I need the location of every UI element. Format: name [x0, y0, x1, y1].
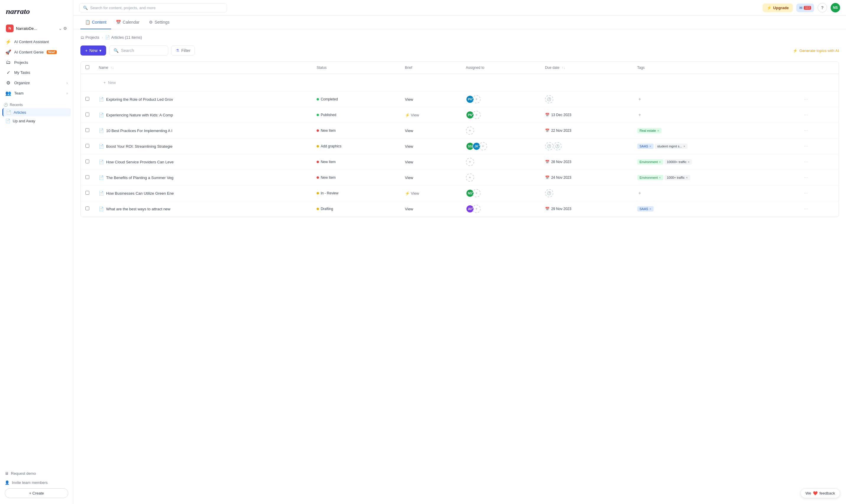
- ai-generate-button[interactable]: ⚡ Generate topics with AI: [793, 49, 839, 53]
- help-button[interactable]: ?: [817, 3, 827, 13]
- notifications-button[interactable]: ✉ 322: [796, 3, 814, 12]
- brief-link[interactable]: ⚡ View: [405, 113, 456, 117]
- table-row: 📄 Experiencing Nature with Kids: A Comp …: [81, 107, 839, 123]
- add-assignee-button[interactable]: +: [472, 95, 481, 103]
- row-actions-menu[interactable]: ···: [803, 158, 809, 165]
- feedback-button[interactable]: We ❤️ feedback: [800, 488, 840, 498]
- due-date-placeholder2[interactable]: 🕐: [553, 142, 562, 150]
- add-assignee-button[interactable]: +: [466, 158, 474, 166]
- table-row: 📄 How Businesses Can Utilize Green Ene I…: [81, 185, 839, 201]
- global-search[interactable]: 🔍 Search for content, projects, and more: [79, 3, 227, 13]
- row-actions-menu[interactable]: ···: [803, 174, 809, 181]
- sort-name-icon[interactable]: ↑↓: [110, 66, 114, 70]
- sidebar-item-organize[interactable]: ⚙ Organize ›: [2, 78, 71, 88]
- row-name[interactable]: 10 Best Practices For Implementing A I: [106, 128, 172, 133]
- row-checkbox[interactable]: [85, 191, 89, 195]
- tab-content[interactable]: 📋 Content: [81, 16, 111, 29]
- sidebar-item-ai-assistant[interactable]: ⚡ AI Content Assistant: [2, 37, 71, 47]
- add-assignee-button[interactable]: +: [472, 111, 481, 119]
- add-assignee-button[interactable]: +: [479, 142, 487, 150]
- request-demo-link[interactable]: 🖥 Request demo: [5, 470, 68, 477]
- row-checkbox[interactable]: [85, 112, 89, 116]
- brief-link[interactable]: View: [405, 144, 456, 149]
- tag-remove[interactable]: ×: [649, 144, 651, 148]
- filter-button[interactable]: ⚗ Filter: [171, 46, 195, 56]
- tags-cell: Environment × 10000+ traffic ×: [637, 159, 793, 165]
- breadcrumb-articles[interactable]: 📄 Articles (11 items): [105, 35, 142, 40]
- tag-remove[interactable]: ×: [686, 176, 688, 179]
- add-assignee-button[interactable]: +: [472, 205, 481, 213]
- row-actions-menu[interactable]: ···: [803, 142, 809, 150]
- articles-bc-icon: 📄: [105, 35, 110, 40]
- user-avatar[interactable]: NS: [831, 3, 840, 13]
- brief-link[interactable]: View: [405, 128, 456, 133]
- row-name[interactable]: Exploring the Role of Product Led Grov: [106, 97, 173, 102]
- invite-team-link[interactable]: 👤 Invite team members: [5, 479, 68, 486]
- row-checkbox[interactable]: [85, 206, 89, 210]
- due-date-placeholder[interactable]: 🕐: [545, 189, 553, 197]
- recent-item-up-and-away[interactable]: 📄 Up and Away: [2, 117, 71, 125]
- brief-link[interactable]: View: [405, 176, 456, 180]
- brief-link[interactable]: View: [405, 97, 456, 102]
- chevron-down-icon[interactable]: ⌄: [58, 26, 62, 31]
- row-actions-menu[interactable]: ···: [803, 111, 809, 119]
- table-row: 📄 How Cloud Service Providers Can Leve N…: [81, 154, 839, 170]
- add-assignee-button[interactable]: +: [466, 126, 474, 135]
- new-button[interactable]: + New ▾: [81, 46, 106, 56]
- row-checkbox[interactable]: [85, 128, 89, 132]
- tab-calendar[interactable]: 📅 Calendar: [111, 16, 144, 29]
- row-checkbox[interactable]: [85, 160, 89, 163]
- upgrade-button[interactable]: ⚡ Upgrade: [763, 3, 793, 12]
- tag-remove[interactable]: ×: [683, 144, 685, 148]
- add-tag-button[interactable]: +: [637, 96, 642, 102]
- settings-icon[interactable]: ⚙: [63, 26, 67, 31]
- add-new-row-button[interactable]: + New: [99, 77, 834, 88]
- heart-icon: ❤️: [813, 491, 817, 496]
- tag-remove[interactable]: ×: [649, 207, 651, 211]
- due-date-placeholder[interactable]: 🕐: [545, 95, 553, 103]
- sidebar-item-my-tasks[interactable]: ✓ My Tasks: [2, 68, 71, 77]
- add-assignee-button[interactable]: +: [466, 174, 474, 182]
- brief-link[interactable]: View: [405, 207, 456, 211]
- row-actions-menu[interactable]: ···: [803, 190, 809, 197]
- recent-item-articles[interactable]: 📄 Articles: [2, 108, 71, 116]
- tab-settings[interactable]: ⚙ Settings: [144, 16, 174, 29]
- row-actions-menu[interactable]: ···: [803, 127, 809, 134]
- create-button[interactable]: + Create: [5, 488, 68, 498]
- sort-due-icon[interactable]: ↑↓: [562, 66, 565, 70]
- row-checkbox[interactable]: [85, 175, 89, 179]
- table-row: 📄 The Benefits of Planting a Summer Veg …: [81, 170, 839, 185]
- add-tag-button[interactable]: +: [637, 191, 642, 196]
- row-actions-menu[interactable]: ···: [803, 95, 809, 103]
- sidebar-item-team[interactable]: 👥 Team ›: [2, 88, 71, 98]
- row-name[interactable]: Experiencing Nature with Kids: A Comp: [106, 113, 173, 117]
- row-checkbox[interactable]: [85, 144, 89, 148]
- row-checkbox[interactable]: [85, 97, 89, 101]
- tag-remove[interactable]: ×: [659, 160, 660, 164]
- add-assignee-button[interactable]: +: [472, 189, 481, 197]
- row-name[interactable]: Boost Your ROI: Streamlining Strategie: [106, 144, 173, 149]
- row-name[interactable]: The Benefits of Planting a Summer Veg: [106, 176, 174, 180]
- row-name[interactable]: What are the best ways to attract new: [106, 207, 171, 211]
- tags-cell: +: [637, 96, 793, 102]
- table-row: 📄 Boost Your ROI: Streamlining Strategie…: [81, 139, 839, 154]
- row-name[interactable]: How Businesses Can Utilize Green Ene: [106, 191, 174, 196]
- tag: SAAS ×: [637, 144, 654, 149]
- workspace-selector[interactable]: N NarratoDe... ⌄ ⚙: [2, 22, 71, 35]
- due-date-placeholder[interactable]: 🕐: [545, 142, 553, 150]
- brief-link[interactable]: View: [405, 160, 456, 164]
- row-name[interactable]: How Cloud Service Providers Can Leve: [106, 160, 174, 164]
- tag-remove[interactable]: ×: [659, 176, 660, 179]
- row-actions-menu[interactable]: ···: [803, 205, 809, 212]
- tag-remove[interactable]: ×: [657, 129, 659, 132]
- select-all-checkbox[interactable]: [85, 65, 89, 69]
- brief-link[interactable]: ⚡ View: [405, 191, 456, 196]
- content-search[interactable]: 🔍 Search: [109, 46, 168, 56]
- breadcrumb-projects[interactable]: 🗂 Projects: [81, 35, 99, 40]
- due-date: 📅 22 Nov 2023: [545, 128, 628, 133]
- tag-remove[interactable]: ×: [688, 160, 689, 164]
- add-tag-button[interactable]: +: [637, 112, 642, 118]
- sidebar-item-ai-genie[interactable]: 🚀 AI Content Genie New!: [2, 47, 71, 57]
- sidebar-item-projects[interactable]: 🗂 Projects: [2, 58, 71, 67]
- tag: Real estate ×: [637, 128, 662, 133]
